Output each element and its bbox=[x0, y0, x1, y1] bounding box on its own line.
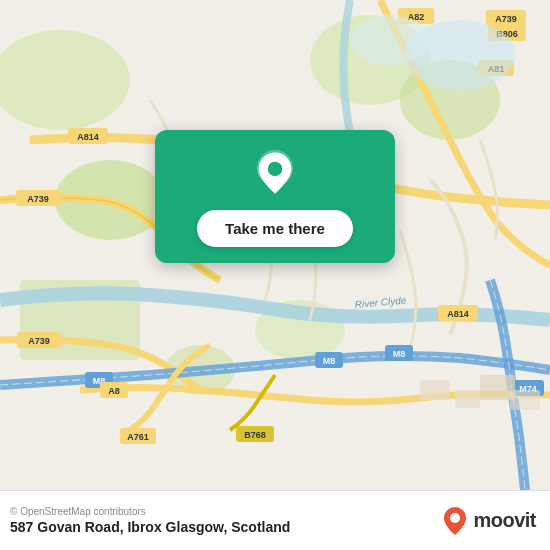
svg-rect-44 bbox=[420, 380, 450, 400]
svg-text:A739: A739 bbox=[27, 194, 49, 204]
address-section: © OpenStreetMap contributors 587 Govan R… bbox=[10, 506, 290, 535]
moovit-pin-icon bbox=[441, 505, 469, 537]
svg-point-52 bbox=[450, 513, 460, 523]
svg-point-51 bbox=[268, 162, 283, 177]
svg-text:A8: A8 bbox=[108, 386, 120, 396]
moovit-logo: moovit bbox=[441, 505, 536, 537]
location-address: 587 Govan Road, Ibrox Glasgow, Scotland bbox=[10, 519, 290, 535]
svg-text:A814: A814 bbox=[447, 309, 469, 319]
svg-rect-47 bbox=[510, 390, 540, 410]
cta-card: Take me there bbox=[155, 130, 395, 263]
location-pin-icon bbox=[250, 148, 300, 198]
svg-point-49 bbox=[350, 15, 430, 65]
svg-text:M8: M8 bbox=[393, 349, 406, 359]
bottom-bar: © OpenStreetMap contributors 587 Govan R… bbox=[0, 490, 550, 550]
svg-rect-46 bbox=[480, 375, 515, 400]
svg-text:B768: B768 bbox=[244, 430, 266, 440]
svg-rect-45 bbox=[455, 390, 480, 408]
svg-text:A814: A814 bbox=[77, 132, 99, 142]
svg-text:M8: M8 bbox=[323, 356, 336, 366]
moovit-brand-text: moovit bbox=[473, 509, 536, 532]
svg-text:A739: A739 bbox=[495, 14, 517, 24]
map-attribution: © OpenStreetMap contributors bbox=[10, 506, 290, 517]
svg-text:A739: A739 bbox=[28, 336, 50, 346]
svg-text:A761: A761 bbox=[127, 432, 149, 442]
take-me-there-button[interactable]: Take me there bbox=[197, 210, 353, 247]
